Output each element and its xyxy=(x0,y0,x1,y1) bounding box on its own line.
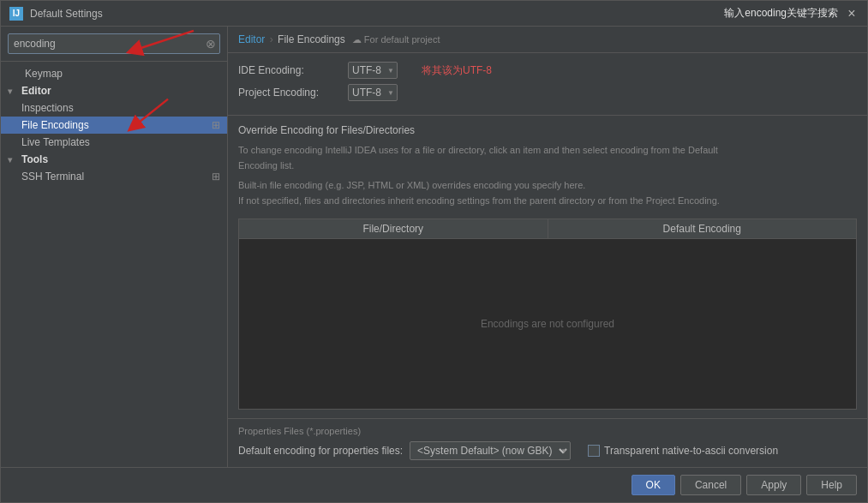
apply-button[interactable]: Apply xyxy=(746,475,801,495)
search-wrapper: ⊗ xyxy=(8,33,220,54)
default-settings-dialog: IJ Default Settings 输入encoding关键字搜索 × ⊗ … xyxy=(0,0,868,503)
arrow-tools: ▾ xyxy=(8,155,18,165)
breadcrumb-editor[interactable]: Editor xyxy=(238,33,265,45)
for-default-project: ☁ For default project xyxy=(352,34,440,45)
override-title: Override Encoding for Files/Directories xyxy=(238,124,857,136)
sidebar-item-file-encodings[interactable]: File Encodings ⊞ xyxy=(1,117,227,134)
project-encoding-row: Project Encoding: UTF-8 xyxy=(238,84,857,101)
override-desc2: Built-in file encoding (e.g. JSP, HTML o… xyxy=(238,178,857,208)
breadcrumb: Editor › File Encodings xyxy=(238,33,345,45)
encoding-settings-area: IDE Encoding: UTF-8 将其该为UTF-8 Project En… xyxy=(228,53,867,116)
dialog-title: Default Settings xyxy=(30,8,717,20)
dialog-footer: OK Cancel Apply Help xyxy=(1,467,867,502)
file-encodings-action-icon: ⊞ xyxy=(212,119,220,131)
project-encoding-select-wrapper: UTF-8 xyxy=(348,84,398,101)
col-file-directory: File/Directory xyxy=(239,219,548,238)
breadcrumb-separator: › xyxy=(270,33,273,45)
properties-select-wrapper: <System Default> (now GBK) xyxy=(410,441,571,460)
utf8-hint: 将其该为UTF-8 xyxy=(422,63,492,78)
sidebar-item-tools[interactable]: ▾ Tools xyxy=(1,151,227,168)
dialog-subtitle: 输入encoding关键字搜索 xyxy=(724,6,838,21)
ok-button[interactable]: OK xyxy=(632,475,675,495)
file-encoding-table: File/Directory Default Encoding Encoding… xyxy=(238,219,857,410)
sidebar: ⊗ Keymap ▾ Editor Inspections xyxy=(1,27,228,467)
sidebar-item-editor[interactable]: ▾ Editor xyxy=(1,82,227,99)
sidebar-item-inspections[interactable]: Inspections xyxy=(1,99,227,117)
close-button[interactable]: × xyxy=(845,7,859,21)
override-section: Override Encoding for Files/Directories … xyxy=(228,116,867,418)
properties-row: Default encoding for properties files: <… xyxy=(238,441,857,460)
search-clear-icon[interactable]: ⊗ xyxy=(206,37,216,51)
nav-tree: Keymap ▾ Editor Inspections File Encodin… xyxy=(1,62,227,467)
search-bar: ⊗ xyxy=(1,27,227,62)
transparent-checkbox-row: Transparent native-to-ascii conversion xyxy=(588,445,778,457)
main-header: Editor › File Encodings ☁ For default pr… xyxy=(228,27,867,53)
properties-encoding-select[interactable]: <System Default> (now GBK) xyxy=(410,441,571,460)
project-encoding-label: Project Encoding: xyxy=(238,87,341,99)
dialog-body: ⊗ Keymap ▾ Editor Inspections xyxy=(1,27,867,467)
title-bar: IJ Default Settings 输入encoding关键字搜索 × xyxy=(1,1,867,27)
sidebar-item-live-templates[interactable]: Live Templates xyxy=(1,134,227,151)
table-header: File/Directory Default Encoding xyxy=(239,219,856,239)
breadcrumb-page: File Encodings xyxy=(278,33,345,45)
col-default-encoding: Default Encoding xyxy=(548,219,857,238)
ide-encoding-select[interactable]: UTF-8 xyxy=(348,62,398,79)
help-button[interactable]: Help xyxy=(806,475,857,495)
ide-encoding-row: IDE Encoding: UTF-8 将其该为UTF-8 xyxy=(238,62,857,79)
sidebar-item-ssh-terminal[interactable]: SSH Terminal ⊞ xyxy=(1,168,227,185)
transparent-checkbox[interactable] xyxy=(588,445,600,457)
app-icon: IJ xyxy=(9,7,23,21)
main-content: Editor › File Encodings ☁ For default pr… xyxy=(228,27,867,467)
transparent-label: Transparent native-to-ascii conversion xyxy=(604,445,778,457)
cancel-button[interactable]: Cancel xyxy=(680,475,741,495)
arrow-editor: ▾ xyxy=(8,87,18,96)
ide-encoding-select-wrapper: UTF-8 xyxy=(348,62,398,79)
project-encoding-select[interactable]: UTF-8 xyxy=(348,84,398,101)
table-empty-message: Encodings are not configured xyxy=(239,239,856,409)
properties-title: Properties Files (*.properties) xyxy=(238,426,857,436)
sidebar-item-keymap[interactable]: Keymap xyxy=(1,65,227,82)
ssh-action-icon: ⊞ xyxy=(212,171,220,183)
search-input[interactable] xyxy=(9,34,219,53)
properties-section: Properties Files (*.properties) Default … xyxy=(228,418,867,467)
ide-encoding-label: IDE Encoding: xyxy=(238,64,341,76)
properties-label: Default encoding for properties files: xyxy=(238,445,403,457)
override-desc1: To change encoding IntelliJ IDEA uses fo… xyxy=(238,143,857,173)
